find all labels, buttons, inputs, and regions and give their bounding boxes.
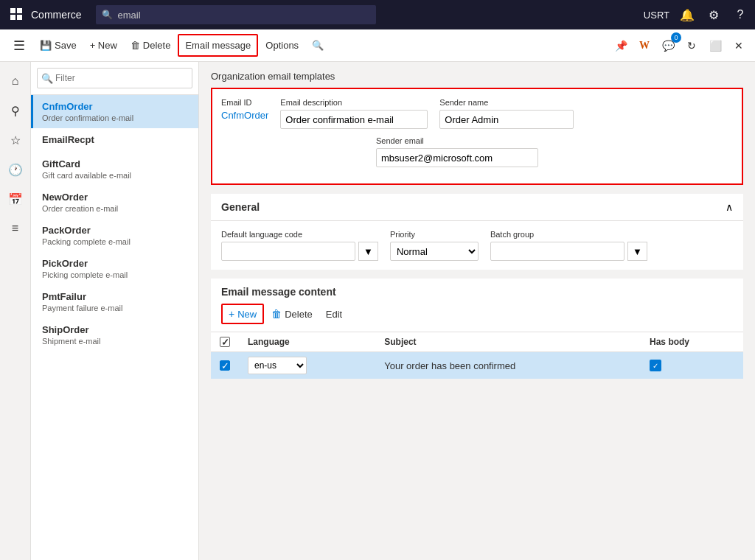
item-subtitle: Order creation e-mail — [42, 204, 189, 213]
email-desc-input[interactable] — [280, 110, 428, 129]
priority-col: Priority Normal Low High — [390, 230, 479, 261]
email-id-value[interactable]: CnfmOrder — [221, 110, 268, 121]
save-button[interactable]: 💾 Save — [34, 35, 83, 55]
col-language: Language — [239, 332, 375, 352]
item-title: PackOrder — [42, 225, 189, 236]
top-nav-right: USRT 🔔 ⚙ ? — [644, 6, 749, 24]
row-check-cell: ✓ — [211, 352, 239, 379]
item-title: CnfmOrder — [42, 101, 189, 112]
template-form-row-2: Sender email — [221, 136, 733, 167]
delete-content-icon: 🗑 — [271, 308, 282, 320]
list-item[interactable]: NewOrder Order creation e-mail — [31, 186, 198, 219]
global-search-box[interactable]: 🔍 — [96, 5, 376, 24]
batch-group-input[interactable] — [490, 242, 624, 261]
filter-icon[interactable]: ⚲ — [2, 97, 29, 124]
user-label: USRT — [644, 10, 669, 21]
new-window-icon[interactable]: ⬜ — [705, 35, 726, 56]
list-item[interactable]: ShipOrder Shipment e-mail — [31, 318, 198, 351]
svg-rect-1 — [17, 8, 22, 13]
col-subject: Subject — [375, 332, 641, 352]
list-icon[interactable]: ≡ — [2, 215, 29, 242]
row-checkbox[interactable]: ✓ — [220, 360, 230, 371]
star-icon[interactable]: ☆ — [2, 127, 29, 153]
top-nav-bar: Commerce 🔍 USRT 🔔 ⚙ ? — [0, 0, 755, 29]
list-item[interactable]: PackOrder Packing complete e-mail — [31, 219, 198, 252]
sender-email-label: Sender email — [376, 136, 538, 145]
priority-select[interactable]: Normal Low High — [390, 242, 479, 261]
email-content-table: ✓ Language Subject Has body ✓ — [211, 332, 743, 379]
main-layout: ⌂ ⚲ ☆ 🕐 📅 ≡ 🔍 CnfmOrder Order confirmati… — [0, 62, 755, 560]
item-title: GiftCard — [42, 158, 189, 169]
col-has-body: Has body — [641, 332, 743, 352]
row-language-cell: en-us — [239, 352, 375, 379]
notification-badge[interactable]: 💬 0 — [658, 35, 678, 56]
sender-name-input[interactable] — [439, 110, 574, 129]
email-content-title: Email message content — [221, 286, 733, 298]
list-panel: 🔍 CnfmOrder Order confirmation e-mail Em… — [31, 62, 199, 560]
refresh-icon[interactable]: ↻ — [681, 35, 702, 56]
row-hasbody-cell: ✓ — [641, 352, 743, 379]
general-section-title: General — [221, 201, 260, 213]
item-subtitle: Picking complete e-mail — [42, 270, 189, 279]
default-lang-input[interactable] — [221, 242, 355, 261]
new-button[interactable]: + New — [84, 35, 123, 55]
list-filter-input[interactable] — [37, 68, 192, 88]
list-items: CnfmOrder Order confirmation e-mail Emai… — [31, 95, 198, 560]
notification-count: 0 — [671, 32, 681, 43]
sidebar-icons: ⌂ ⚲ ☆ 🕐 📅 ≡ — [0, 62, 31, 560]
content-toolbar: + New 🗑 Delete Edit — [221, 304, 733, 324]
plus-icon: + — [229, 308, 234, 320]
home-icon[interactable]: ⌂ — [2, 68, 29, 94]
list-item[interactable]: EmailRecpt — [31, 128, 198, 153]
command-search-button[interactable]: 🔍 — [306, 35, 330, 55]
global-search-input[interactable] — [117, 10, 370, 21]
calendar-icon[interactable]: 📅 — [2, 186, 29, 212]
email-content-section: Email message content + New 🗑 Delete Edi… — [211, 279, 743, 379]
list-item[interactable]: GiftCard Gift card available e-mail — [31, 153, 198, 186]
command-bar-right: 📌 W 💬 0 ↻ ⬜ ✕ — [610, 35, 749, 56]
general-section-header[interactable]: General ∧ — [211, 194, 743, 221]
settings-icon[interactable]: ⚙ — [705, 6, 723, 24]
template-form: Email ID CnfmOrder Email description Sen… — [211, 88, 743, 185]
item-title: EmailRecpt — [42, 134, 189, 145]
email-id-col: Email ID CnfmOrder — [221, 98, 268, 129]
options-button[interactable]: Options — [260, 35, 305, 55]
content-area: Organization email templates Email ID Cn… — [199, 62, 755, 560]
email-content-new-button[interactable]: + New — [221, 304, 264, 324]
sender-name-col: Sender name — [439, 98, 574, 129]
header-check[interactable]: ✓ — [220, 337, 230, 347]
sender-name-label: Sender name — [439, 98, 574, 107]
list-item[interactable]: CnfmOrder Order confirmation e-mail — [31, 95, 198, 128]
email-message-button[interactable]: Email message — [178, 34, 258, 57]
help-icon[interactable]: ? — [731, 6, 749, 24]
bell-icon[interactable]: 🔔 — [678, 6, 696, 24]
default-lang-dropdown[interactable]: ▼ — [358, 242, 378, 261]
sender-email-wrapper: Sender email — [376, 136, 538, 167]
list-item[interactable]: PmtFailur Payment failure e-mail — [31, 285, 198, 318]
email-content-edit-button[interactable]: Edit — [320, 306, 348, 323]
hamburger-menu-icon[interactable]: ☰ — [6, 32, 32, 59]
close-icon[interactable]: ✕ — [728, 35, 749, 56]
email-id-label: Email ID — [221, 98, 268, 107]
col-check: ✓ — [211, 332, 239, 352]
item-subtitle: Packing complete e-mail — [42, 237, 189, 246]
app-grid-icon[interactable] — [6, 4, 28, 26]
batch-group-dropdown[interactable]: ▼ — [627, 242, 647, 261]
email-content-delete-button[interactable]: 🗑 Delete — [265, 305, 319, 323]
command-bar: ☰ 💾 Save + New 🗑 Delete Email message Op… — [0, 29, 755, 62]
list-item[interactable]: PickOrder Picking complete e-mail — [31, 252, 198, 285]
general-section-body: Default language code ▼ Priority Normal … — [211, 221, 743, 270]
item-title: ShipOrder — [42, 324, 189, 335]
pin-icon[interactable]: 📌 — [610, 35, 631, 56]
item-subtitle: Order confirmation e-mail — [42, 113, 189, 122]
language-select[interactable]: en-us — [248, 357, 307, 374]
table-row[interactable]: ✓ en-us Your order has been confirmed ✓ — [211, 352, 743, 379]
priority-label: Priority — [390, 230, 479, 239]
sender-email-input[interactable] — [376, 148, 538, 167]
delete-button[interactable]: 🗑 Delete — [125, 35, 177, 55]
has-body-checkbox[interactable]: ✓ — [650, 360, 661, 371]
item-title: PickOrder — [42, 258, 189, 269]
clock-icon[interactable]: 🕐 — [2, 156, 29, 183]
batch-group-col: Batch group ▼ — [490, 230, 647, 261]
office-icon[interactable]: W — [634, 35, 655, 56]
